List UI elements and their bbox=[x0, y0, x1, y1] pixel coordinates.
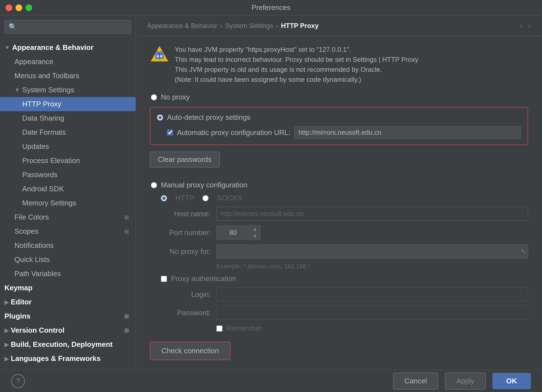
scopes-badge: ⊞ bbox=[124, 228, 129, 235]
auto-config-url-row: Automatic proxy configuration URL: bbox=[157, 126, 521, 139]
window-controls bbox=[6, 4, 32, 11]
minimize-button[interactable] bbox=[16, 4, 22, 11]
sidebar-item-file-colors[interactable]: File Colors ⊞ bbox=[0, 210, 136, 224]
sidebar-item-languages-frameworks[interactable]: ▶ Languages & Frameworks bbox=[0, 352, 136, 366]
port-up-button[interactable]: ▲ bbox=[250, 225, 260, 233]
bottom-bar: ? Cancel Apply OK bbox=[0, 370, 542, 392]
chevron-icon: ▶ bbox=[4, 327, 9, 334]
expand-icon[interactable]: ⤡ bbox=[520, 248, 526, 255]
check-connection-button[interactable]: Check connection bbox=[150, 342, 231, 360]
no-proxy-for-wrapper: ⤡ bbox=[216, 245, 528, 258]
no-proxy-for-input[interactable] bbox=[216, 245, 528, 258]
sidebar-item-passwords[interactable]: Passwords bbox=[0, 168, 136, 182]
auto-detect-section: Auto-detect proxy settings Automatic pro… bbox=[150, 107, 528, 145]
sidebar-item-editor[interactable]: ▶ Editor bbox=[0, 295, 136, 309]
search-icon: 🔍 bbox=[9, 23, 17, 31]
main-content: 🔍 ▼ Appearance & Behavior Appearance Men… bbox=[0, 16, 542, 370]
titlebar: Preferences bbox=[0, 0, 542, 16]
chevron-icon: ▶ bbox=[4, 299, 9, 306]
port-down-button[interactable]: ▼ bbox=[250, 233, 260, 240]
vc-badge: ⊞ bbox=[124, 327, 129, 334]
sidebar-item-android-sdk[interactable]: Android SDK bbox=[0, 182, 136, 196]
http-radio[interactable] bbox=[161, 195, 167, 201]
port-input[interactable] bbox=[216, 226, 250, 240]
svg-rect-6 bbox=[160, 55, 162, 57]
cancel-button[interactable]: Cancel bbox=[393, 373, 438, 390]
warning-box: ! You have JVM property "https.proxyHost… bbox=[150, 45, 528, 85]
sidebar-item-system-settings[interactable]: ▼ System Settings bbox=[0, 83, 136, 97]
sidebar: 🔍 ▼ Appearance & Behavior Appearance Men… bbox=[0, 16, 136, 370]
auto-config-url-input[interactable] bbox=[294, 126, 521, 139]
sidebar-item-quick-lists[interactable]: Quick Lists bbox=[0, 253, 136, 267]
ok-button[interactable]: OK bbox=[492, 373, 531, 389]
sidebar-item-menus-toolbars[interactable]: Menus and Toolbars bbox=[0, 69, 136, 83]
breadcrumb-nav: ‹ › bbox=[520, 21, 531, 30]
maximize-button[interactable] bbox=[26, 4, 32, 11]
port-number-row: Port number: ▲ ▼ bbox=[150, 225, 528, 240]
search-box[interactable]: 🔍 bbox=[4, 20, 131, 34]
breadcrumb-sep1: › bbox=[220, 22, 222, 30]
sidebar-item-build-execution[interactable]: ▶ Build, Execution, Deployment bbox=[0, 337, 136, 352]
manual-proxy-row: Manual proxy configuration bbox=[150, 181, 528, 189]
nav-forward-icon[interactable]: › bbox=[528, 21, 531, 30]
proxy-auth-checkbox[interactable] bbox=[161, 276, 167, 282]
sidebar-item-tools[interactable]: ▶ Tools bbox=[0, 366, 136, 370]
sidebar-item-data-sharing[interactable]: Data Sharing bbox=[0, 111, 136, 125]
sidebar-item-date-formats[interactable]: Date Formats bbox=[0, 125, 136, 139]
svg-rect-5 bbox=[157, 55, 159, 57]
auto-config-url-checkbox[interactable] bbox=[167, 129, 173, 136]
sidebar-item-version-control[interactable]: ▶ Version Control ⊞ bbox=[0, 323, 136, 337]
proxy-auth-label: Proxy authentication bbox=[171, 274, 236, 283]
no-proxy-hint: Example: *.domain.com, 192.168.* bbox=[150, 263, 528, 270]
breadcrumb: Appearance & Behavior › System Settings … bbox=[136, 16, 542, 36]
host-name-input[interactable] bbox=[216, 207, 528, 221]
sidebar-item-scopes[interactable]: Scopes ⊞ bbox=[0, 224, 136, 238]
check-connection-wrapper: Check connection bbox=[150, 337, 528, 366]
settings-area: ! You have JVM property "https.proxyHost… bbox=[136, 36, 542, 370]
no-proxy-for-label: No proxy for: bbox=[150, 247, 211, 256]
chevron-icon: ▶ bbox=[4, 355, 9, 362]
login-input[interactable] bbox=[216, 287, 528, 301]
sidebar-item-keymap[interactable]: Keymap bbox=[0, 281, 136, 295]
auto-detect-row: Auto-detect proxy settings bbox=[157, 113, 521, 122]
breadcrumb-sep2: › bbox=[276, 22, 278, 30]
nav-back-icon[interactable]: ‹ bbox=[520, 21, 523, 30]
sidebar-item-http-proxy[interactable]: HTTP Proxy bbox=[0, 97, 136, 111]
manual-proxy-radio[interactable] bbox=[151, 182, 157, 188]
no-proxy-radio[interactable] bbox=[151, 94, 157, 100]
sidebar-item-appearance[interactable]: Appearance bbox=[0, 55, 136, 69]
remember-label: Remember bbox=[226, 324, 262, 333]
remember-row: Remember bbox=[150, 324, 528, 333]
auto-detect-radio[interactable] bbox=[157, 114, 163, 121]
file-colors-badge: ⊞ bbox=[124, 214, 129, 221]
sidebar-item-notifications[interactable]: Notifications bbox=[0, 238, 136, 253]
search-input[interactable] bbox=[19, 23, 127, 31]
sidebar-item-memory-settings[interactable]: Memory Settings bbox=[0, 196, 136, 210]
apply-button[interactable]: Apply bbox=[445, 373, 486, 390]
plugins-badge: ⊞ bbox=[124, 313, 129, 320]
sidebar-item-plugins[interactable]: Plugins ⊞ bbox=[0, 309, 136, 323]
sidebar-item-process-elevation[interactable]: Process Elevation bbox=[0, 154, 136, 168]
auto-detect-label: Auto-detect proxy settings bbox=[167, 113, 250, 122]
host-name-label: Host name: bbox=[150, 210, 211, 218]
close-button[interactable] bbox=[6, 4, 12, 11]
no-proxy-label: No proxy bbox=[161, 93, 190, 101]
warning-icon: ! bbox=[150, 45, 169, 64]
sidebar-item-updates[interactable]: Updates bbox=[0, 139, 136, 154]
chevron-icon: ▼ bbox=[4, 44, 10, 51]
sidebar-tree: ▼ Appearance & Behavior Appearance Menus… bbox=[0, 38, 136, 370]
no-proxy-for-row: No proxy for: ⤡ bbox=[150, 245, 528, 258]
svg-point-3 bbox=[156, 51, 159, 53]
remember-checkbox[interactable] bbox=[216, 325, 222, 332]
clear-passwords-button[interactable]: Clear passwords bbox=[150, 152, 220, 167]
sidebar-item-appearance-behavior[interactable]: ▼ Appearance & Behavior bbox=[0, 40, 136, 55]
socks-radio[interactable] bbox=[202, 195, 209, 201]
help-button[interactable]: ? bbox=[11, 374, 25, 388]
port-number-label: Port number: bbox=[150, 228, 211, 237]
warning-text: You have JVM property "https.proxyHost" … bbox=[175, 45, 418, 85]
breadcrumb-part2: System Settings bbox=[225, 22, 273, 30]
password-input[interactable] bbox=[216, 306, 528, 320]
port-wrapper: ▲ ▼ bbox=[216, 225, 260, 240]
host-name-row: Host name: bbox=[150, 207, 528, 221]
sidebar-item-path-variables[interactable]: Path Variables bbox=[0, 267, 136, 281]
